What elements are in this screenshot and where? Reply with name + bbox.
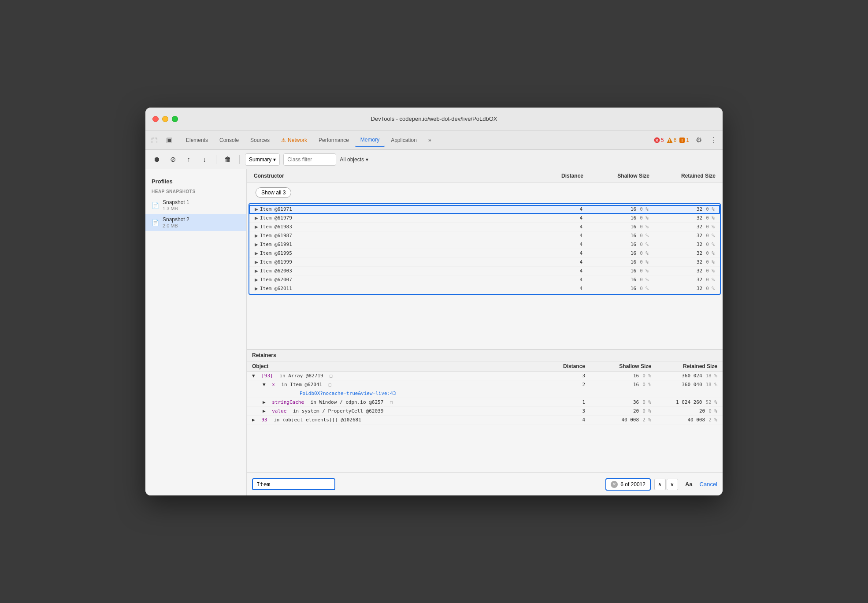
table-row[interactable]: ▶ Item @61995 4 160 % 320 %	[249, 249, 720, 258]
ret-col-distance: Distance	[532, 363, 585, 369]
retainer-row[interactable]: ▼ x in Item @62041 □ 2 160 % 360 04018 %	[247, 380, 723, 389]
close-button[interactable]	[152, 116, 159, 122]
sidebar-item-snapshot2[interactable]: 📄 Snapshot 2 2.0 MB	[145, 214, 246, 231]
retainer-row[interactable]: ▶ value in system / PropertyCell @62039 …	[247, 407, 723, 416]
constructor-cell: ▶ Item @61987	[255, 233, 530, 238]
retainer-row[interactable]: ▶ 93 in (object elements)[] @102681 4 40…	[247, 416, 723, 424]
info-badge[interactable]: ! 1	[679, 137, 689, 143]
table-row[interactable]: ▶ Item @61991 4 160 % 320 %	[249, 240, 720, 249]
search-case-sensitive-button[interactable]: Aa	[682, 479, 696, 489]
ret-source-link[interactable]: PoLdb0X?nocache=true&view=live:43	[300, 391, 396, 396]
expand-icon[interactable]: ▶	[255, 260, 258, 264]
toolbar: ⏺ ⊘ ↑ ↓ 🗑 Summary ▾ All objects ▾	[145, 150, 723, 169]
table-row[interactable]: ▶ Item @62003 4 160 % 320 %	[249, 267, 720, 275]
retainers-body: ▼ [93] in Array @82719 □ 3 160 % 360 024…	[247, 372, 723, 473]
show-all-button[interactable]: Show all 3	[256, 187, 291, 198]
search-prev-button[interactable]: ∧	[654, 479, 666, 490]
upload-button[interactable]: ↑	[182, 153, 195, 166]
table-row[interactable]: ▶ Item @62007 4 160 % 320 %	[249, 275, 720, 284]
cursor-icon[interactable]: ⬚	[149, 135, 160, 145]
window-title: DevTools - codepen.io/web-dot-dev/live/P…	[371, 115, 497, 122]
retainer-row-link: PoLdb0X?nocache=true&view=live:43	[247, 389, 723, 398]
all-objects-dropdown[interactable]: All objects ▾	[340, 156, 368, 163]
ret-obj-cell: ▶ 93 in (object elements)[] @102681	[252, 417, 532, 423]
table-row[interactable]: ▶ Item @61983 4 160 % 320 %	[249, 223, 720, 231]
expand-icon[interactable]: ▶	[252, 417, 255, 423]
expand-icon[interactable]: ▶	[255, 277, 258, 282]
expand-icon[interactable]: ▶	[255, 207, 258, 212]
summary-dropdown[interactable]: Summary ▾	[245, 153, 280, 166]
col-constructor: Constructor	[252, 172, 532, 180]
retainer-row[interactable]: ▶ stringCache in Window / cdpn.io @6257 …	[247, 398, 723, 407]
title-bar: DevTools - codepen.io/web-dot-dev/live/P…	[145, 108, 723, 130]
tab-memory[interactable]: Memory	[355, 133, 385, 147]
expand-icon[interactable]: ▶	[255, 286, 258, 291]
minimize-button[interactable]	[162, 116, 168, 122]
class-filter-input[interactable]	[283, 153, 336, 166]
highlighted-group: ▶ Item @61971 4 160 % 320 % ▶ Item @6197…	[249, 203, 721, 295]
expand-icon[interactable]: ▶	[255, 233, 258, 238]
constructor-cell: ▶ Item @61979	[255, 215, 530, 221]
tab-network[interactable]: ⚠ Network	[276, 133, 312, 147]
col-retained: Retained Size	[651, 172, 717, 180]
stop-button[interactable]: ⊘	[167, 153, 179, 166]
constructor-cell: ▶ Item @61983	[255, 224, 530, 230]
expand-icon[interactable]: ▶	[255, 268, 258, 273]
search-clear-button[interactable]: ✕	[611, 481, 618, 488]
dropdown-arrow-icon: ▾	[273, 156, 276, 163]
constructor-cell: ▶ Item @62011	[255, 286, 530, 291]
expand-icon[interactable]: ▼	[263, 382, 266, 387]
expand-icon[interactable]: ▶	[255, 251, 258, 256]
tab-console[interactable]: Console	[214, 133, 244, 147]
tab-more[interactable]: »	[423, 133, 437, 147]
traffic-lights	[152, 116, 178, 122]
table-row[interactable]: ▶ Item @62011 4 160 % 320 %	[249, 284, 720, 293]
main-content: Profiles HEAP SNAPSHOTS 📄 Snapshot 1 1.3…	[145, 169, 723, 495]
error-badge[interactable]: ✕ 5	[654, 137, 664, 143]
table-body: Show all 3 ▶ Item @61971 4 160 % 320 %	[247, 183, 723, 349]
settings-icon[interactable]: ⚙	[694, 135, 704, 145]
table-row[interactable]: ▶ Item @61979 4 160 % 320 %	[249, 214, 720, 223]
profiles-title: Profiles	[145, 175, 246, 186]
inspect-icon[interactable]: ▣	[164, 135, 174, 145]
download-button[interactable]: ↓	[198, 153, 211, 166]
table-row[interactable]: ▶ Item @61987 4 160 % 320 %	[249, 231, 720, 240]
snapshot2-size: 2.0 MB	[163, 223, 189, 228]
snapshot1-size: 1.3 MB	[163, 206, 189, 211]
more-options-icon[interactable]: ⋮	[708, 135, 719, 145]
retainers-title: Retainers	[247, 350, 723, 361]
table-row[interactable]: ▶ Item @61999 4 160 % 320 %	[249, 258, 720, 267]
ret-obj-cell: ▼ [93] in Array @82719 □	[252, 373, 532, 379]
search-cancel-button[interactable]: Cancel	[700, 481, 717, 488]
ret-obj-cell: ▶ value in system / PropertyCell @62039	[263, 408, 532, 414]
table-row[interactable]: ▶ Item @61971 4 160 % 320 %	[249, 205, 720, 214]
search-input-wrap	[252, 478, 335, 490]
trash-button[interactable]: 🗑	[222, 153, 234, 166]
constructor-cell: ▶ Item @61999	[255, 259, 530, 265]
ret-col-object: Object	[252, 363, 532, 369]
retainer-row[interactable]: ▼ [93] in Array @82719 □ 3 160 % 360 024…	[247, 372, 723, 380]
nav-bar: ⬚ ▣ Elements Console Sources ⚠ Network P…	[145, 130, 723, 150]
warning-badge[interactable]: ! 6	[667, 137, 677, 143]
search-next-button[interactable]: ∨	[667, 479, 678, 490]
expand-icon[interactable]: ▶	[255, 242, 258, 247]
expand-icon[interactable]: ▶	[263, 408, 266, 414]
tab-application[interactable]: Application	[386, 133, 422, 147]
nav-icons: ⬚ ▣	[149, 135, 174, 145]
expand-icon[interactable]: ▶	[255, 216, 258, 220]
all-objects-arrow-icon: ▾	[366, 156, 368, 163]
expand-icon[interactable]: ▶	[263, 399, 266, 405]
expand-icon[interactable]: ▼	[252, 373, 255, 379]
col-distance: Distance	[532, 172, 585, 180]
sidebar-item-snapshot1[interactable]: 📄 Snapshot 1 1.3 MB	[145, 197, 246, 214]
tab-elements[interactable]: Elements	[181, 133, 213, 147]
shallow-cell: 160 %	[582, 206, 649, 212]
search-input[interactable]	[256, 481, 331, 488]
constructor-cell: ▶ Item @62003	[255, 268, 530, 274]
record-button[interactable]: ⏺	[151, 153, 163, 166]
maximize-button[interactable]	[172, 116, 178, 122]
expand-icon[interactable]: ▶	[255, 224, 258, 229]
tab-sources[interactable]: Sources	[245, 133, 275, 147]
tab-performance[interactable]: Performance	[313, 133, 354, 147]
constructor-cell: ▶ Item @61971	[255, 206, 530, 212]
